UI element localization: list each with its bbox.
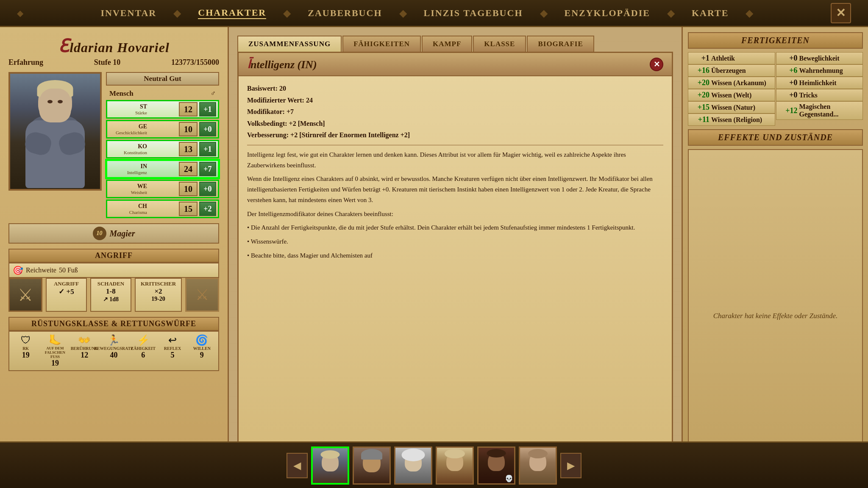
party-member-5[interactable] — [519, 446, 557, 485]
tab-zusammenfassung[interactable]: Zusammenfassung — [237, 36, 342, 52]
portrait-image — [10, 74, 100, 189]
skill-wissen-arkanum[interactable]: +20 Wissen (Arkanum) — [688, 77, 775, 89]
attack-stats: Angriff ✓ +5 Schaden 1-8 ↗ 1d8 Kritische… — [46, 278, 182, 312]
skill-heimlichkeit[interactable]: +0 Heimlichkeit — [776, 77, 863, 89]
stat-modifier-ko: +1 — [199, 142, 216, 156]
alignment-badge: Neutral Gut — [106, 72, 219, 86]
race-gender-row: Mensch ♂ — [106, 89, 219, 99]
nav-tagebuch[interactable]: Linzis Tagebuch — [424, 8, 523, 19]
tooltip-bullet-2: • Wissenswürfe. — [247, 236, 663, 247]
second-weapon-icon-box[interactable]: ⚔ — [185, 278, 219, 312]
stat-modifier-ch: +2 — [199, 202, 216, 216]
skull-icon: 💀 — [505, 474, 513, 482]
nav-sep-4: ◆ — [540, 7, 548, 19]
main-content: Ɛldarian Hovariel Erfahrung Stufe 10 123… — [0, 27, 868, 488]
skill-beweglichkeit[interactable]: +0 Beweglichkeit — [776, 52, 863, 64]
skill-magischer-gegenstand[interactable]: +12 Magischen Gegenstand... — [776, 101, 863, 120]
stat-row-in[interactable]: IN Intelligenz 24 +7 — [106, 160, 219, 178]
skill-wissen-natur[interactable]: +15 Wissen (Natur) — [688, 101, 775, 114]
armor-zaehigkeit: ⚡ Zähigkeit 6 — [129, 334, 157, 368]
stat-row-ko[interactable]: KO Konstitution 13 +1 — [106, 140, 219, 158]
armor-bewegungsrate: 🏃 Bewegungsrate 40 — [100, 334, 128, 368]
character-portrait[interactable]: ❤ 62/62 — [8, 72, 102, 191]
tab-kampf[interactable]: Kampf — [422, 36, 472, 52]
skill-ueberzeugen[interactable]: +16 Überzeugen — [688, 64, 775, 77]
armor-beruehrung: 👐 Berührung 12 — [71, 334, 98, 368]
skill-athletik[interactable]: +1 Athletik — [688, 52, 775, 64]
tooltip-popup: Ῑntelligenz (IN) ✕ Basiswert: 20 Modifiz… — [237, 52, 673, 480]
thumb-inner-0 — [313, 448, 348, 483]
stats-right: Neutral Gut Mensch ♂ ST Stärke 12 +1 — [106, 72, 219, 218]
character-header: Ɛldarian Hovariel Erfahrung Stufe 10 123… — [8, 36, 219, 67]
attack-header: Angriff — [8, 249, 219, 263]
stat-value-ch: 15 — [179, 202, 198, 216]
modifizierter-label: Modifizierter Wert: — [247, 97, 304, 104]
modifikator-line: Modifikator: +7 — [247, 106, 663, 117]
title-prefix: Ῑ — [247, 58, 250, 71]
stat-value-we: 10 — [179, 182, 198, 196]
nav-enzyklopaedie[interactable]: Enzyklopädie — [565, 8, 650, 19]
party-member-4[interactable]: 💀 — [477, 446, 515, 485]
party-member-3[interactable] — [436, 446, 474, 485]
armor-header: Rüstungsklasse & Rettungswürfe — [8, 317, 219, 331]
stat-full-in: Intelligenz — [109, 170, 147, 175]
tooltip-close-button[interactable]: ✕ — [650, 58, 663, 71]
top-navigation: ◆ Inventar ◆ Charakter ◆ Zauberbuch ◆ Li… — [0, 0, 868, 27]
effects-area: Charakter hat keine Effekte oder Zuständ… — [688, 149, 863, 483]
exp-value: 123773/155000 — [171, 58, 219, 67]
party-member-1[interactable] — [353, 446, 391, 485]
stat-full-ko: Konstitution — [109, 150, 147, 155]
party-member-2[interactable] — [394, 446, 432, 485]
center-panel: Zusammenfassung Fähigkeiten Kampf Klasse… — [229, 27, 682, 488]
armor-section: Rüstungsklasse & Rettungswürfe 🛡 RK 19 🦶… — [8, 317, 219, 371]
tab-faehigkeiten[interactable]: Fähigkeiten — [342, 36, 421, 52]
reichweite-value: 50 Fuß — [59, 266, 78, 274]
class-badge[interactable]: 10 Magier — [8, 223, 219, 244]
volksbedingt-value: +2 [Mensch] — [289, 120, 325, 127]
armor-falscher-fuss: 🦶 Auf dem Falschen Fuß 19 — [41, 334, 69, 368]
class-name: Magier — [110, 229, 135, 238]
stat-row-st[interactable]: ST Stärke 12 +1 — [106, 100, 219, 119]
stat-value-ge: 10 — [179, 122, 198, 136]
character-name: Ɛldarian Hovariel — [8, 36, 219, 56]
bottom-bar: ◀ 💀 — [0, 441, 868, 488]
reichweite-label: Reichweite — [26, 266, 56, 274]
skill-wissen-welt[interactable]: +20 Wissen (Welt) — [688, 89, 775, 101]
basiswert-value: 20 — [279, 85, 286, 92]
nav-charakter[interactable]: Charakter — [198, 7, 266, 19]
reichweite-icon: 🎯 — [13, 265, 23, 275]
skills-grid: +1 Athletik +16 Überzeugen +20 Wissen (A… — [688, 52, 863, 126]
stat-value-ko: 13 — [179, 142, 198, 156]
skill-tricks[interactable]: +0 Tricks — [776, 89, 863, 101]
stat-row-ge[interactable]: GE Geschicklichkeit 10 +0 — [106, 120, 219, 139]
stat-row-ch[interactable]: CH Charisma 15 +2 — [106, 200, 219, 218]
attack-row: ⚔ Angriff ✓ +5 Schaden 1-8 ↗ 1d8 Kritisc… — [8, 278, 219, 312]
armor-reflex: ↩ Reflex 5 — [159, 334, 186, 368]
stat-row-we[interactable]: WE Weisheit 10 +0 — [106, 180, 219, 198]
thumb-inner-5 — [520, 448, 556, 483]
skill-wissen-religion[interactable]: +11 Wissen (Religion) — [688, 114, 775, 126]
party-prev-button[interactable]: ◀ — [287, 453, 308, 478]
rk-icon: 🛡 — [21, 334, 31, 346]
nav-karte[interactable]: Karte — [692, 8, 729, 19]
weapon-icon-box[interactable]: ⚔ — [8, 278, 42, 312]
tab-biografie[interactable]: Biografie — [527, 36, 594, 52]
close-button[interactable]: ✕ — [831, 3, 851, 23]
tooltip-bullet-3: • Beachte bitte, dass Magier und Alchemi… — [247, 250, 663, 261]
tooltip-desc-2: Wenn die Intelligenz eines Charakters au… — [247, 174, 663, 205]
armor-grid: 🛡 RK 19 🦶 Auf dem Falschen Fuß 19 👐 Berü… — [8, 331, 219, 371]
nav-zauberbuch[interactable]: Zauberbuch — [308, 8, 382, 19]
skill-wahrnehmung[interactable]: +6 Wahrnehmung — [776, 64, 863, 77]
tab-klasse[interactable]: Klasse — [473, 36, 526, 52]
party-next-button[interactable]: ▶ — [560, 453, 581, 478]
party-member-0[interactable] — [311, 446, 349, 485]
basiswert-line: Basiswert: 20 — [247, 83, 663, 94]
nav-inventar[interactable]: Inventar — [101, 8, 157, 19]
stat-value-st: 12 — [179, 102, 198, 116]
fertigkeiten-header: Fertigkeiten — [688, 32, 863, 49]
name-prefix: Ɛ — [58, 36, 70, 56]
attack-stat-angriff: Angriff ✓ +5 — [46, 278, 87, 312]
tooltip-body: Basiswert: 20 Modifizierter Wert: 24 Mod… — [239, 76, 672, 478]
verbesserung-label: Verbesserung: — [247, 131, 289, 139]
exp-row: Erfahrung Stufe 10 123773/155000 — [8, 58, 219, 67]
